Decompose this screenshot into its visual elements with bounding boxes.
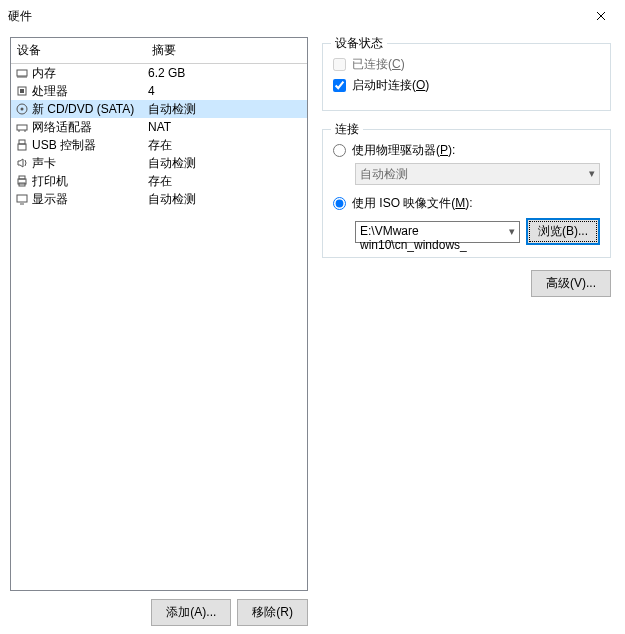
device-summary: 存在 [146, 173, 307, 190]
device-name: USB 控制器 [32, 137, 96, 154]
dialog-title: 硬件 [8, 8, 32, 25]
remove-button[interactable]: 移除(R) [237, 599, 308, 626]
device-row[interactable]: 新 CD/DVD (SATA)自动检测 [11, 100, 307, 118]
device-summary: NAT [146, 120, 307, 134]
svg-rect-11 [17, 195, 27, 202]
printer-icon [15, 174, 29, 188]
device-summary: 自动检测 [146, 191, 307, 208]
device-summary: 6.2 GB [146, 66, 307, 80]
cd-icon [15, 102, 29, 116]
device-name: 内存 [32, 65, 56, 82]
connect-at-startup-label: 启动时连接(O) [352, 77, 429, 94]
display-icon [15, 192, 29, 206]
connection-title: 连接 [331, 121, 363, 138]
device-list-header: 设备 摘要 [11, 38, 307, 64]
header-summary: 摘要 [146, 38, 307, 63]
device-row[interactable]: 处理器4 [11, 82, 307, 100]
device-row[interactable]: 内存6.2 GB [11, 64, 307, 82]
iso-path-combo[interactable]: E:\VMware win10\cn_windows_ [355, 221, 520, 243]
physical-drive-radio[interactable] [333, 144, 346, 157]
device-name: 新 CD/DVD (SATA) [32, 101, 134, 118]
device-summary: 4 [146, 84, 307, 98]
iso-file-radio[interactable] [333, 197, 346, 210]
svg-rect-9 [19, 176, 25, 179]
header-device: 设备 [11, 38, 146, 63]
device-list[interactable]: 设备 摘要 内存6.2 GB处理器4新 CD/DVD (SATA)自动检测网络适… [10, 37, 308, 591]
device-status-group: 设备状态 已连接(C) 启动时连接(O) [322, 43, 611, 111]
device-name: 声卡 [32, 155, 56, 172]
device-summary: 自动检测 [146, 101, 307, 118]
device-row[interactable]: 打印机存在 [11, 172, 307, 190]
close-button[interactable] [585, 6, 617, 26]
sound-icon [15, 156, 29, 170]
svg-rect-0 [17, 70, 27, 76]
svg-rect-7 [18, 144, 26, 150]
device-name: 打印机 [32, 173, 68, 190]
svg-rect-6 [19, 140, 25, 144]
device-row[interactable]: 显示器自动检测 [11, 190, 307, 208]
device-status-title: 设备状态 [331, 35, 387, 52]
advanced-button[interactable]: 高级(V)... [531, 270, 611, 297]
svg-rect-5 [17, 125, 27, 130]
net-icon [15, 120, 29, 134]
cpu-icon [15, 84, 29, 98]
physical-drive-combo: 自动检测 [355, 163, 600, 185]
connected-checkbox [333, 58, 346, 71]
svg-rect-2 [20, 89, 24, 93]
svg-point-4 [21, 108, 24, 111]
device-name: 处理器 [32, 83, 68, 100]
device-summary: 存在 [146, 137, 307, 154]
add-button[interactable]: 添加(A)... [151, 599, 231, 626]
usb-icon [15, 138, 29, 152]
connect-at-startup-checkbox[interactable] [333, 79, 346, 92]
connection-group: 连接 使用物理驱动器(P): 自动检测 使用 ISO 映像文件(M): E:\V… [322, 129, 611, 258]
connected-label: 已连接(C) [352, 56, 405, 73]
device-row[interactable]: 网络适配器NAT [11, 118, 307, 136]
close-icon [596, 11, 606, 21]
device-summary: 自动检测 [146, 155, 307, 172]
browse-button[interactable]: 浏览(B)... [526, 218, 600, 245]
device-row[interactable]: 声卡自动检测 [11, 154, 307, 172]
iso-file-label: 使用 ISO 映像文件(M): [352, 195, 473, 212]
physical-drive-label: 使用物理驱动器(P): [352, 142, 455, 159]
device-name: 网络适配器 [32, 119, 92, 136]
device-name: 显示器 [32, 191, 68, 208]
device-row[interactable]: USB 控制器存在 [11, 136, 307, 154]
memory-icon [15, 66, 29, 80]
